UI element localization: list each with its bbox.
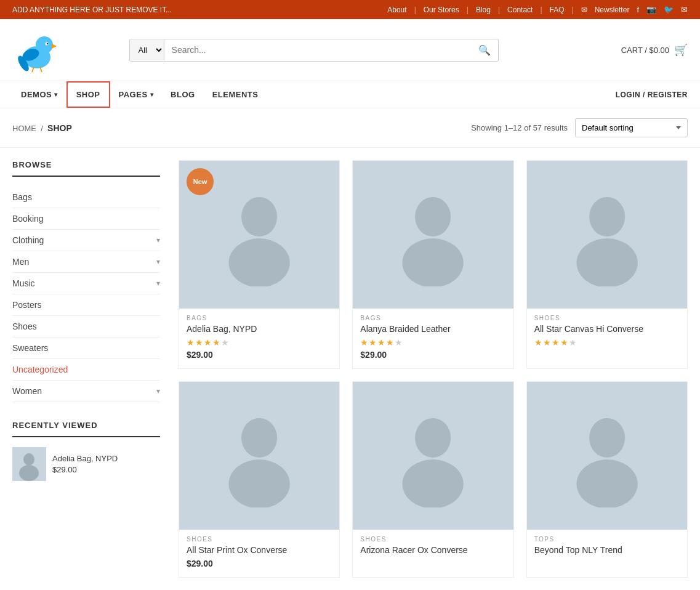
home-breadcrumb[interactable]: HOME — [12, 124, 36, 133]
sidebar-item-women[interactable]: Women ▾ — [12, 381, 160, 402]
recently-viewed-title: RECENTLY VIEWED — [12, 421, 160, 430]
sort-select[interactable]: Default sorting Sort by popularity Sort … — [575, 118, 688, 137]
sidebar: BROWSE Bags Booking Clothing ▾ Men ▾ Mus… — [12, 160, 160, 578]
product-stars: ★★★★★ — [534, 337, 680, 347]
product-image — [353, 382, 513, 530]
about-link[interactable]: About — [387, 6, 406, 14]
search-button[interactable]: 🔍 — [471, 39, 498, 61]
nav-pages[interactable]: PAGES ▾ — [110, 81, 163, 108]
product-stars: ★★★★★ — [360, 337, 505, 347]
product-price: $29.00 — [360, 350, 505, 360]
sidebar-item-uncategorized[interactable]: Uncategorized — [12, 359, 160, 381]
svg-point-4 — [47, 43, 48, 44]
search-filter-select[interactable]: All — [130, 40, 164, 60]
results-sort: Showing 1–12 of 57 results Default sorti… — [471, 118, 688, 137]
rv-product-price: $29.00 — [52, 465, 118, 474]
email-icon: ✉ — [581, 6, 587, 14]
product-image — [179, 382, 339, 530]
product-stars: ★★★★★ — [187, 337, 332, 347]
chevron-down-icon: ▾ — [156, 279, 160, 288]
nav-elements[interactable]: ELEMENTS — [204, 81, 267, 108]
newsletter-link[interactable]: Newsletter — [595, 6, 630, 14]
logo[interactable] — [12, 25, 62, 75]
svg-point-23 — [241, 418, 277, 458]
product-info: SHOES Arizona Racer Ox Converse — [353, 530, 513, 567]
chevron-down-icon: ▾ — [156, 236, 160, 244]
product-image — [527, 161, 687, 309]
instagram-icon[interactable]: 📷 — [646, 5, 656, 14]
svg-point-27 — [403, 459, 464, 507]
search-area: All 🔍 — [129, 39, 499, 62]
top-bar: ADD ANYTHING HERE OR JUST REMOVE IT... A… — [0, 0, 700, 19]
product-name[interactable]: Adelia Bag, NYPD — [187, 324, 332, 334]
product-card[interactable]: SHOES All Star Print Ox Converse $29.00 — [179, 381, 340, 578]
svg-point-12 — [19, 465, 39, 481]
product-name[interactable]: All Star Print Ox Converse — [187, 545, 332, 555]
svg-point-18 — [403, 238, 464, 286]
product-info: BAGS Adelia Bag, NYPD ★★★★★ $29.00 — [179, 309, 339, 368]
svg-point-11 — [23, 453, 34, 466]
sidebar-item-music[interactable]: Music ▾ — [12, 273, 160, 294]
breadcrumb: HOME / SHOP — [12, 123, 72, 133]
svg-point-26 — [415, 418, 451, 458]
browse-divider — [12, 176, 160, 177]
sidebar-item-shoes[interactable]: Shoes — [12, 316, 160, 337]
product-card[interactable]: BAGS Alanya Braided Leather ★★★★★ $29.00 — [352, 160, 513, 369]
product-info: BAGS Alanya Braided Leather ★★★★★ $29.00 — [353, 309, 513, 368]
chevron-down-icon: ▾ — [150, 91, 154, 98]
browse-title: BROWSE — [12, 160, 160, 169]
chevron-down-icon: ▾ — [54, 91, 58, 98]
product-price: $29.00 — [187, 350, 332, 360]
rv-thumbnail — [12, 447, 46, 481]
breadcrumb-bar: HOME / SHOP Showing 1–12 of 57 results D… — [0, 108, 700, 148]
chevron-down-icon: ▾ — [156, 387, 160, 395]
product-category: BAGS — [187, 315, 332, 321]
search-input[interactable] — [164, 40, 471, 60]
contact-link[interactable]: Contact — [507, 6, 533, 14]
product-image: New — [179, 161, 339, 309]
sidebar-item-booking[interactable]: Booking — [12, 208, 160, 230]
product-category: SHOES — [534, 315, 680, 321]
svg-point-24 — [229, 459, 290, 507]
product-card[interactable]: SHOES All Star Canvas Hi Converse ★★★★★ — [526, 160, 688, 369]
nav-demos[interactable]: DEMOS ▾ — [12, 81, 66, 108]
product-category: SHOES — [360, 536, 505, 543]
twitter-icon[interactable]: 🐦 — [664, 5, 674, 14]
product-info: TOPS Beyond Top NLY Trend — [527, 530, 687, 567]
product-name[interactable]: Beyond Top NLY Trend — [534, 545, 680, 555]
rv-info: Adelia Bag, NYPD $29.00 — [52, 454, 118, 474]
facebook-icon[interactable]: f — [637, 5, 639, 14]
cart-icon: 🛒 — [674, 43, 688, 57]
sidebar-item-sweaters[interactable]: Sweaters — [12, 337, 160, 359]
email-social-icon[interactable]: ✉ — [681, 5, 688, 14]
svg-point-30 — [576, 459, 637, 507]
product-category: SHOES — [187, 536, 332, 543]
promo-text: ADD ANYTHING HERE OR JUST REMOVE IT... — [12, 6, 172, 14]
product-price: $29.00 — [187, 559, 332, 568]
svg-point-21 — [576, 238, 637, 286]
cart-label: CART / $0.00 — [621, 46, 669, 55]
product-card[interactable]: SHOES Arizona Racer Ox Converse — [352, 381, 513, 578]
faq-link[interactable]: FAQ — [550, 6, 565, 14]
product-card[interactable]: New BAGS Adelia Bag, NYPD ★★★★★ $29.00 — [179, 160, 340, 369]
svg-line-7 — [32, 67, 34, 72]
main-nav: DEMOS ▾ SHOP PAGES ▾ BLOG ELEMENTS LOGIN… — [0, 81, 700, 108]
nav-blog[interactable]: BLOG — [162, 81, 204, 108]
recently-viewed-item[interactable]: Adelia Bag, NYPD $29.00 — [12, 447, 160, 481]
blog-link[interactable]: Blog — [476, 6, 491, 14]
our-stores-link[interactable]: Our Stores — [424, 6, 459, 14]
sidebar-item-men[interactable]: Men ▾ — [12, 251, 160, 273]
product-name[interactable]: All Star Canvas Hi Converse — [534, 324, 680, 334]
cart-area[interactable]: CART / $0.00 🛒 — [621, 43, 688, 57]
product-image — [527, 382, 687, 530]
product-name[interactable]: Arizona Racer Ox Converse — [360, 545, 505, 555]
sidebar-item-bags[interactable]: Bags — [12, 187, 160, 208]
sidebar-item-clothing[interactable]: Clothing ▾ — [12, 230, 160, 251]
svg-point-15 — [229, 238, 290, 286]
login-register-link[interactable]: LOGIN / REGISTER — [616, 91, 688, 99]
sidebar-item-posters[interactable]: Posters — [12, 294, 160, 316]
product-card[interactable]: TOPS Beyond Top NLY Trend — [526, 381, 688, 578]
product-category: TOPS — [534, 536, 680, 543]
nav-shop[interactable]: SHOP — [66, 81, 110, 108]
product-name[interactable]: Alanya Braided Leather — [360, 324, 505, 334]
